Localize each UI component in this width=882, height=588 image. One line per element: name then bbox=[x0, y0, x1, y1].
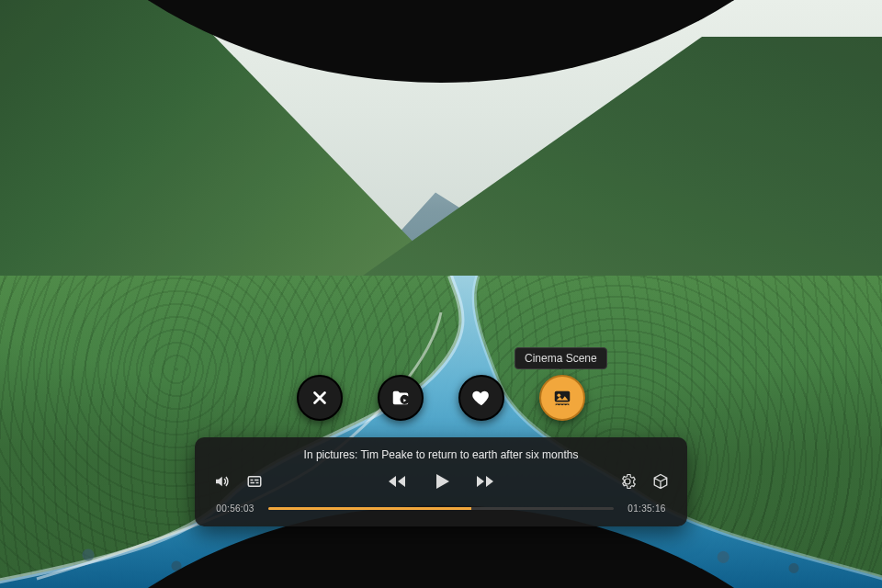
volume-icon bbox=[213, 473, 230, 490]
forward-button[interactable] bbox=[472, 469, 498, 494]
svg-point-2 bbox=[558, 393, 561, 397]
svg-rect-4 bbox=[251, 482, 255, 484]
svg-rect-3 bbox=[248, 477, 261, 487]
play-button[interactable] bbox=[428, 469, 454, 494]
subtitles-button[interactable] bbox=[244, 471, 265, 492]
favorite-button[interactable] bbox=[458, 375, 504, 421]
volume-button[interactable] bbox=[211, 471, 232, 492]
transport-controls bbox=[384, 469, 498, 494]
scene-tooltip: Cinema Scene bbox=[514, 347, 607, 369]
controls-row bbox=[211, 469, 671, 494]
play-icon bbox=[430, 470, 452, 492]
forward-icon bbox=[474, 470, 496, 492]
folder-play-icon bbox=[390, 388, 411, 408]
vr-mode-button[interactable] bbox=[650, 471, 671, 492]
hud-button-row bbox=[0, 375, 882, 421]
close-icon bbox=[310, 388, 330, 408]
vr-player-stage: Cinema Scene In pictures: Tim Peake to r… bbox=[0, 0, 882, 588]
elapsed-time: 00:56:03 bbox=[211, 503, 259, 514]
heart-icon bbox=[471, 388, 492, 408]
rewind-button[interactable] bbox=[384, 469, 410, 494]
close-button[interactable] bbox=[297, 375, 343, 421]
cinema-scene-button[interactable] bbox=[539, 375, 585, 421]
video-title: In pictures: Tim Peake to return to eart… bbox=[211, 448, 671, 461]
seek-bar[interactable] bbox=[268, 507, 614, 510]
svg-rect-1 bbox=[555, 391, 571, 402]
settings-button[interactable] bbox=[617, 471, 638, 492]
svg-rect-7 bbox=[254, 480, 259, 481]
progress-row: 00:56:03 01:35:16 bbox=[211, 503, 671, 514]
seek-bar-fill bbox=[268, 507, 471, 510]
player-bar: In pictures: Tim Peake to return to eart… bbox=[195, 437, 687, 526]
scene-image-icon bbox=[552, 388, 572, 408]
svg-rect-5 bbox=[256, 482, 259, 484]
total-duration: 01:35:16 bbox=[623, 503, 671, 514]
gear-icon bbox=[619, 473, 636, 490]
rewind-icon bbox=[386, 470, 408, 492]
subtitles-icon bbox=[246, 473, 263, 490]
cube-icon bbox=[652, 473, 669, 490]
media-library-button[interactable] bbox=[378, 375, 424, 421]
svg-rect-6 bbox=[251, 480, 254, 481]
